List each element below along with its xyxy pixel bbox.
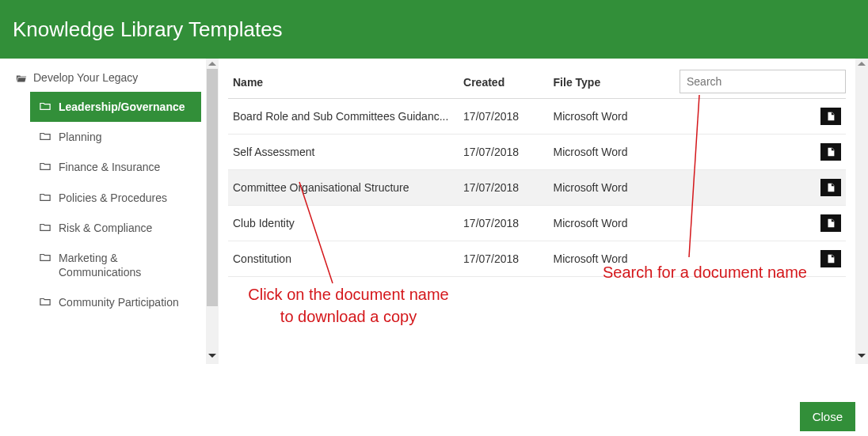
download-button[interactable] (820, 214, 841, 232)
folder-icon (40, 222, 51, 232)
col-header-created[interactable]: Created (459, 65, 549, 99)
folder-icon (40, 297, 51, 306)
cell-action (680, 135, 846, 170)
table-row[interactable]: Club Identity17/07/2018Microsoft Word (228, 206, 846, 241)
cell-filetype: Microsoft Word (549, 99, 680, 135)
table-row[interactable]: Self Assessment17/07/2018Microsoft Word (228, 135, 846, 170)
sidebar-item-label: Policies & Procedures (59, 191, 167, 205)
cell-name[interactable]: Constitution (228, 241, 459, 277)
sidebar-item[interactable]: Planning (30, 122, 201, 152)
sidebar-item-label: Finance & Insurance (59, 160, 160, 174)
sidebar-item[interactable]: Policies & Procedures (30, 183, 201, 213)
cell-filetype: Microsoft Word (549, 170, 680, 206)
modal-header: Knowledge Library Templates (0, 0, 868, 59)
scroll-up-icon[interactable] (208, 62, 216, 66)
main-scrollbar[interactable] (855, 59, 868, 364)
download-icon (825, 146, 836, 157)
cell-created: 17/07/2018 (459, 170, 549, 206)
folder-icon (40, 252, 51, 262)
root-folder[interactable]: Develop Your Legacy (11, 66, 201, 92)
table-row[interactable]: Constitution17/07/2018Microsoft Word (228, 241, 846, 277)
cell-created: 17/07/2018 (459, 206, 549, 241)
download-button[interactable] (820, 179, 841, 196)
scroll-down-icon[interactable] (208, 354, 216, 358)
download-button[interactable] (820, 250, 841, 267)
download-icon (825, 253, 836, 264)
document-table-area: Name Created File Type Board Role and Su… (219, 59, 855, 364)
sidebar-item[interactable]: Finance & Insurance (30, 152, 201, 182)
folder-tree: Develop Your Legacy Leadership/Governanc… (0, 59, 206, 364)
document-table: Name Created File Type Board Role and Su… (228, 65, 846, 277)
col-header-filetype[interactable]: File Type (549, 65, 680, 99)
sidebar-item[interactable]: Marketing & Communications (30, 243, 201, 287)
sidebar-item-label: Leadership/Governance (59, 100, 185, 114)
cell-filetype: Microsoft Word (549, 135, 680, 170)
table-row[interactable]: Committee Organisational Structure17/07/… (228, 170, 846, 206)
download-icon (825, 111, 836, 122)
scroll-up-icon[interactable] (858, 62, 866, 66)
sidebar-item-label: Community Participation (59, 295, 179, 309)
modal-footer: Close (0, 367, 868, 431)
cell-filetype: Microsoft Word (549, 241, 680, 277)
scroll-thumb[interactable] (207, 69, 218, 306)
sidebar-item[interactable]: Risk & Compliance (30, 213, 201, 243)
search-input[interactable] (680, 70, 846, 93)
cell-name[interactable]: Board Role and Sub Committees Guidanc... (228, 99, 459, 135)
col-header-search (680, 65, 846, 99)
cell-name[interactable]: Self Assessment (228, 135, 459, 170)
cell-name[interactable]: Committee Organisational Structure (228, 170, 459, 206)
cell-action (680, 99, 846, 135)
folder-open-icon (16, 74, 27, 83)
cell-filetype: Microsoft Word (549, 206, 680, 241)
download-icon (825, 218, 836, 229)
sidebar-item[interactable]: Leadership/Governance (30, 92, 201, 122)
cell-action (680, 170, 846, 206)
sidebar-item[interactable]: Community Participation (30, 287, 201, 317)
sidebar-item-label: Planning (59, 130, 102, 144)
cell-action (680, 241, 846, 277)
page-title: Knowledge Library Templates (13, 17, 283, 42)
cell-created: 17/07/2018 (459, 241, 549, 277)
folder-icon (40, 131, 51, 141)
sidebar-item-label: Risk & Compliance (59, 221, 152, 235)
download-button[interactable] (820, 108, 841, 125)
col-header-name[interactable]: Name (228, 65, 459, 99)
download-icon (825, 182, 836, 193)
scroll-down-icon[interactable] (858, 354, 866, 358)
cell-action (680, 206, 846, 241)
table-row[interactable]: Board Role and Sub Committees Guidanc...… (228, 99, 846, 135)
cell-created: 17/07/2018 (459, 135, 549, 170)
folder-icon (40, 101, 51, 111)
cell-created: 17/07/2018 (459, 99, 549, 135)
folder-icon (40, 161, 51, 171)
sidebar-item-label: Marketing & Communications (59, 251, 192, 279)
root-folder-label: Develop Your Legacy (33, 71, 138, 84)
folder-icon (40, 192, 51, 202)
download-button[interactable] (820, 143, 841, 161)
cell-name[interactable]: Club Identity (228, 206, 459, 241)
close-button[interactable]: Close (800, 402, 855, 431)
sidebar-scrollbar[interactable] (206, 59, 219, 364)
